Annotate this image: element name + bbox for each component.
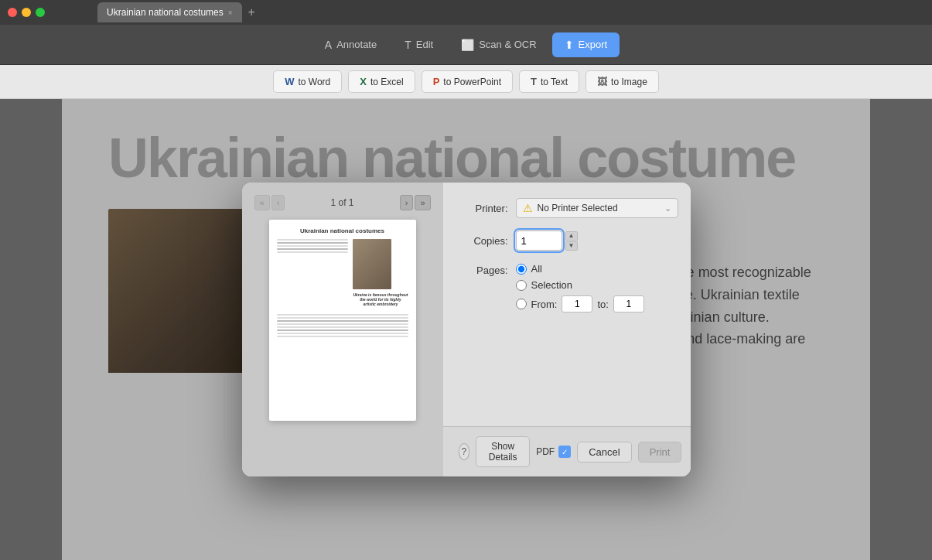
add-tab-button[interactable]: +: [245, 5, 258, 19]
to-word-button[interactable]: W to Word: [273, 70, 342, 93]
print-button[interactable]: Print: [638, 442, 682, 463]
edit-icon: T: [405, 39, 411, 51]
pages-from-label: From:: [531, 299, 558, 310]
cancel-button[interactable]: Cancel: [577, 442, 631, 463]
preview-line-4: [277, 248, 349, 250]
annotate-button[interactable]: A Annotate: [312, 32, 389, 57]
title-bar: Ukrainian national costumes × +: [0, 0, 932, 25]
main-toolbar: A Annotate T Edit ⬜ Scan & OCR ⬆ Export: [0, 25, 932, 65]
nav-last-button[interactable]: »: [415, 195, 430, 210]
nav-next-button[interactable]: ›: [400, 195, 414, 210]
document-area: Ukrainian national costume The iconic em…: [0, 99, 932, 560]
pdf-row: PDF ✓: [536, 446, 571, 458]
tab-bar: Ukrainian national costumes × +: [97, 2, 258, 22]
printer-warning-icon: ⚠: [523, 202, 533, 214]
printer-select[interactable]: ⚠ No Printer Selected ⌄: [516, 198, 679, 218]
preview-line-7: [277, 317, 408, 319]
printer-name: No Printer Selected: [538, 203, 661, 213]
active-tab[interactable]: Ukrainian national costumes ×: [97, 2, 242, 22]
annotate-icon: A: [325, 39, 332, 51]
scan-ocr-button[interactable]: ⬜ Scan & OCR: [449, 32, 548, 57]
export-button[interactable]: ⬆ Export: [552, 32, 620, 57]
copies-field[interactable]: [516, 230, 562, 251]
preview-image: [353, 239, 391, 289]
pdf-checkbox[interactable]: ✓: [558, 446, 571, 458]
to-text-label: to Text: [541, 77, 568, 87]
pages-selection-label: Selection: [531, 279, 572, 291]
print-dialog-footer: ? Show Details PDF ✓ Cancel Print: [443, 426, 691, 476]
preview-line-12: [277, 333, 408, 334]
preview-navigation: « ‹ 1 of 1 › »: [254, 195, 431, 210]
scan-ocr-label: Scan & OCR: [479, 39, 536, 50]
preview-line-2: [277, 242, 349, 244]
print-options-panel: Printer: ⚠ No Printer Selected ⌄ Copies:: [443, 183, 691, 426]
annotate-label: Annotate: [336, 39, 377, 50]
copies-stepper: ▲ ▼: [565, 231, 578, 251]
pages-range-radio[interactable]: [516, 299, 527, 309]
copies-row: Copies: ▲ ▼: [462, 230, 679, 251]
copies-label: Copies:: [462, 235, 508, 247]
edit-label: Edit: [416, 39, 433, 50]
copies-increment-button[interactable]: ▲: [565, 231, 578, 241]
show-details-button[interactable]: Show Details: [476, 436, 530, 467]
preview-doc-body: Ukraine is famous throughoutthe world fo…: [277, 239, 408, 309]
page-indicator: 1 of 1: [330, 197, 353, 208]
preview-line-5: [277, 251, 349, 253]
maximize-window-button[interactable]: [36, 8, 45, 17]
pages-selection-radio[interactable]: [516, 280, 527, 291]
preview-caption: Ukraine is famous throughoutthe world fo…: [353, 292, 408, 306]
export-toolbar: W to Word X to Excel P to PowerPoint T t…: [0, 65, 932, 99]
printer-chevron-icon: ⌄: [664, 203, 671, 213]
nav-back-group: « ‹: [254, 195, 285, 210]
tab-label: Ukrainian national costumes: [107, 7, 224, 18]
to-text-button[interactable]: T to Text: [519, 70, 579, 93]
image-icon: 🖼: [597, 76, 607, 87]
close-window-button[interactable]: [8, 8, 17, 17]
export-label: Export: [579, 39, 608, 50]
to-word-label: to Word: [298, 77, 330, 87]
to-excel-button[interactable]: X to Excel: [348, 70, 415, 93]
excel-icon: X: [360, 76, 367, 87]
minimize-window-button[interactable]: [22, 8, 31, 17]
help-button[interactable]: ?: [459, 443, 470, 460]
to-excel-label: to Excel: [370, 77, 404, 87]
preview-bottom-lines: [277, 314, 408, 337]
edit-button[interactable]: T Edit: [392, 32, 446, 57]
preview-line-11: [277, 330, 408, 331]
dialog-overlay: « ‹ 1 of 1 › » Ukrainian national costum…: [0, 99, 932, 560]
print-dialog: « ‹ 1 of 1 › » Ukrainian national costum…: [242, 183, 691, 476]
preview-line-3: [277, 245, 349, 247]
pages-all-label: All: [531, 263, 542, 275]
pages-all-radio[interactable]: [516, 264, 527, 275]
text-icon: T: [531, 76, 537, 87]
pages-row: Pages: All Selection: [462, 263, 679, 312]
to-powerpoint-label: to PowerPoint: [443, 77, 501, 87]
copies-decrement-button[interactable]: ▼: [565, 241, 578, 251]
to-image-button[interactable]: 🖼 to Image: [585, 70, 659, 93]
printer-label: Printer:: [462, 203, 508, 214]
powerpoint-icon: P: [433, 76, 440, 87]
tab-close-button[interactable]: ×: [228, 9, 233, 17]
nav-first-button[interactable]: «: [254, 195, 270, 210]
to-image-label: to Image: [611, 77, 647, 87]
page-preview: Ukrainian national costumes Ukraine is f…: [269, 220, 416, 421]
preview-text-left: [277, 239, 349, 309]
pdf-check-icon: ✓: [562, 448, 568, 456]
to-powerpoint-button[interactable]: P to PowerPoint: [422, 70, 513, 93]
pages-all-row: All: [516, 263, 679, 275]
preview-line-10: [277, 326, 408, 328]
printer-row: Printer: ⚠ No Printer Selected ⌄: [462, 198, 679, 218]
pages-from-input[interactable]: [562, 295, 592, 312]
word-icon: W: [285, 76, 294, 87]
pages-options-group: All Selection From: to:: [516, 263, 679, 312]
export-icon: ⬆: [565, 39, 574, 51]
preview-line-9: [277, 323, 408, 325]
print-preview-panel: « ‹ 1 of 1 › » Ukrainian national costum…: [242, 183, 443, 476]
copies-input-group: ▲ ▼: [516, 230, 578, 251]
preview-line-6: [277, 314, 408, 316]
window-controls: [8, 8, 45, 17]
preview-line-13: [277, 336, 408, 337]
nav-prev-button[interactable]: ‹: [271, 195, 285, 210]
pages-to-input[interactable]: [613, 295, 644, 312]
pdf-label: PDF: [536, 446, 555, 457]
